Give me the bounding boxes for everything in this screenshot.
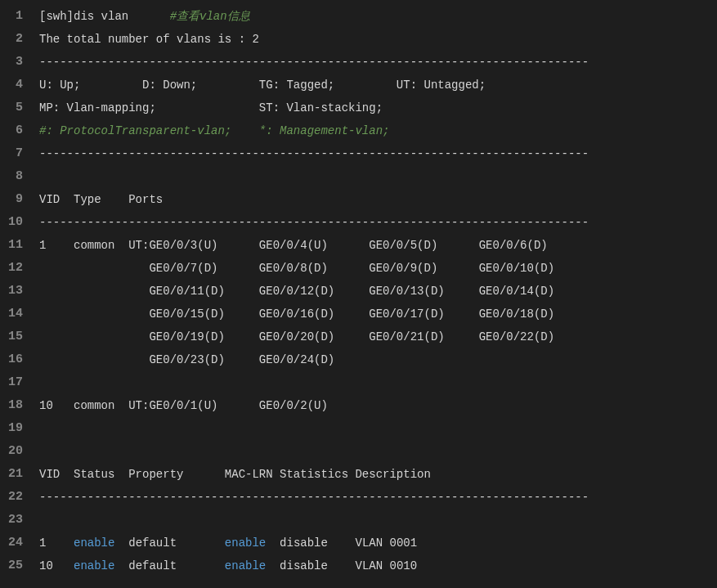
- code-segment: VID Type Ports: [39, 193, 163, 206]
- code-line: [33, 417, 717, 440]
- line-number: 14: [7, 303, 23, 325]
- code-line: [33, 165, 717, 188]
- code-segment: disable VLAN 0010: [266, 559, 417, 572]
- code-segment: default: [114, 536, 224, 550]
- code-segment: GE0/0/7(D) GE0/0/8(D) GE0/0/9(D) GE0/0/1…: [39, 262, 554, 275]
- line-number: 8: [7, 165, 23, 188]
- code-line: GE0/0/23(D) GE0/0/24(D): [33, 348, 717, 371]
- code-line: GE0/0/15(D) GE0/0/16(D) GE0/0/17(D) GE0/…: [33, 303, 717, 325]
- code-line: ----------------------------------------…: [33, 142, 717, 165]
- code-line: VID Type Ports: [33, 188, 717, 211]
- code-line: ----------------------------------------…: [33, 486, 717, 509]
- code-line: GE0/0/19(D) GE0/0/20(D) GE0/0/21(D) GE0/…: [33, 325, 717, 348]
- code-segment: U: Up; D: Down; TG: Tagged; UT: Untagged…: [39, 79, 486, 92]
- line-number: 19: [7, 417, 23, 440]
- code-line: 1 common UT:GE0/0/3(U) GE0/0/4(U) GE0/0/…: [33, 234, 717, 257]
- code-segment: MP: Vlan-mapping; ST: Vlan-stacking;: [39, 101, 383, 114]
- code-line: The total number of vlans is : 2: [33, 28, 717, 51]
- code-segment: [swh]dis vlan: [39, 10, 170, 23]
- line-number: 11: [7, 234, 23, 257]
- code-line: #: ProtocolTransparent-vlan; *: Manageme…: [33, 119, 717, 142]
- code-segment: ----------------------------------------…: [39, 56, 589, 69]
- code-line: ----------------------------------------…: [33, 211, 717, 234]
- code-segment: 1: [39, 536, 74, 550]
- code-segment: ----------------------------------------…: [39, 491, 589, 504]
- line-number: 24: [7, 532, 23, 554]
- code-segment: VID Status Property MAC-LRN Statistics D…: [39, 468, 431, 481]
- line-numbers-gutter: 1234567891011121314151617181920212223242…: [0, 0, 33, 588]
- line-number: 10: [7, 211, 23, 234]
- code-line: MP: Vlan-mapping; ST: Vlan-stacking;: [33, 97, 717, 119]
- code-line: [33, 371, 717, 394]
- code-line: ----------------------------------------…: [33, 51, 717, 74]
- code-line: 10 enable default enable disable VLAN 00…: [33, 554, 717, 577]
- line-number: 2: [7, 28, 23, 51]
- line-number: 17: [7, 371, 23, 394]
- line-number: 25: [7, 554, 23, 577]
- code-segment: default: [114, 559, 224, 572]
- line-number: 18: [7, 394, 23, 417]
- code-line: 1 enable default enable disable VLAN 000…: [33, 532, 717, 554]
- line-number: 5: [7, 97, 23, 119]
- code-segment: GE0/0/11(D) GE0/0/12(D) GE0/0/13(D) GE0/…: [39, 285, 554, 298]
- code-segment: #: ProtocolTransparent-vlan; *: Manageme…: [39, 124, 389, 137]
- line-number: 3: [7, 51, 23, 74]
- code-editor: 1234567891011121314151617181920212223242…: [0, 0, 717, 588]
- code-line: GE0/0/11(D) GE0/0/12(D) GE0/0/13(D) GE0/…: [33, 280, 717, 303]
- code-area[interactable]: [swh]dis vlan #查看vlan信息The total number …: [33, 0, 717, 588]
- line-number: 1: [7, 5, 23, 28]
- code-segment: GE0/0/19(D) GE0/0/20(D) GE0/0/21(D) GE0/…: [39, 330, 554, 343]
- line-number: 15: [7, 325, 23, 348]
- code-segment: enable: [225, 536, 266, 550]
- code-segment: GE0/0/15(D) GE0/0/16(D) GE0/0/17(D) GE0/…: [39, 307, 554, 321]
- code-segment: The total number of vlans is : 2: [39, 33, 259, 46]
- line-number: 21: [7, 463, 23, 486]
- line-number: 7: [7, 142, 23, 165]
- line-number: 20: [7, 440, 23, 463]
- code-line: [33, 509, 717, 532]
- code-line: [swh]dis vlan #查看vlan信息: [33, 5, 717, 28]
- line-number: 12: [7, 257, 23, 280]
- code-segment: 10: [39, 559, 74, 572]
- line-number: 13: [7, 280, 23, 303]
- line-number: 9: [7, 188, 23, 211]
- line-number: 6: [7, 119, 23, 142]
- code-segment: disable VLAN 0001: [266, 536, 417, 550]
- line-number: 23: [7, 509, 23, 532]
- line-number: 4: [7, 74, 23, 97]
- code-segment: ----------------------------------------…: [39, 147, 589, 160]
- code-line: U: Up; D: Down; TG: Tagged; UT: Untagged…: [33, 74, 717, 97]
- code-segment: ----------------------------------------…: [39, 216, 589, 229]
- code-line: VID Status Property MAC-LRN Statistics D…: [33, 463, 717, 486]
- code-segment: enable: [74, 559, 114, 572]
- code-segment: 10 common UT:GE0/0/1(U) GE0/0/2(U): [39, 399, 328, 412]
- code-line: 10 common UT:GE0/0/1(U) GE0/0/2(U): [33, 394, 717, 417]
- code-line: [33, 440, 717, 463]
- code-line: GE0/0/7(D) GE0/0/8(D) GE0/0/9(D) GE0/0/1…: [33, 257, 717, 280]
- line-number: 16: [7, 348, 23, 371]
- code-segment: #查看vlan信息: [170, 10, 250, 23]
- code-segment: enable: [74, 536, 114, 550]
- line-number: 22: [7, 486, 23, 509]
- code-segment: GE0/0/23(D) GE0/0/24(D): [39, 353, 334, 366]
- code-segment: 1 common UT:GE0/0/3(U) GE0/0/4(U) GE0/0/…: [39, 239, 548, 252]
- code-segment: enable: [225, 559, 266, 572]
